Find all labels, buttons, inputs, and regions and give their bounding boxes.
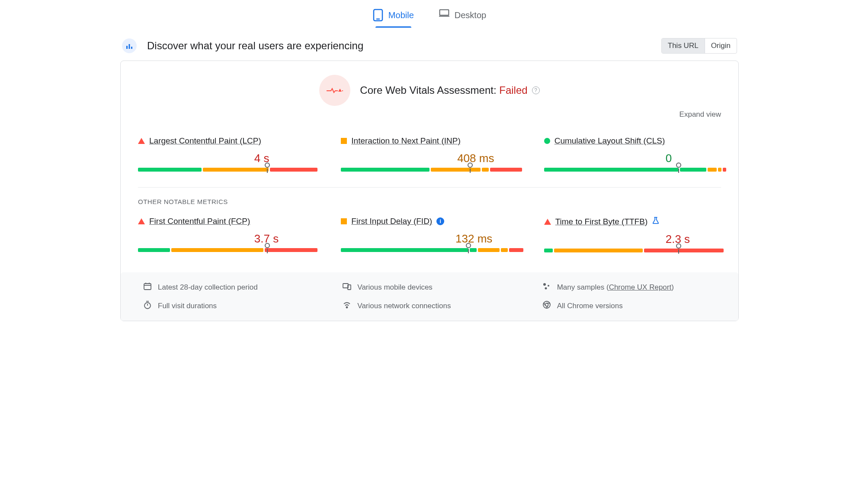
svg-point-18 (545, 287, 547, 290)
info-samples: Many samples (Chrome UX Report) (542, 282, 716, 293)
marker-icon (466, 243, 471, 248)
status-shape-icon (341, 138, 347, 144)
info-footer: Latest 28-day collection period Various … (121, 272, 738, 321)
other-metrics: First Contentful Paint (FCP)3.7 s First … (138, 211, 721, 268)
metric-lcp: Largest Contentful Paint (LCP)4 s (138, 131, 315, 187)
marker-icon (468, 163, 473, 168)
status-shape-icon (341, 218, 347, 224)
metric-value: 132 ms (455, 232, 518, 246)
marker-icon (676, 163, 681, 168)
svg-rect-5 (129, 44, 130, 49)
distribution-bar (138, 248, 315, 252)
info-network: Various network connections (343, 300, 516, 311)
marker-icon (265, 163, 270, 168)
scope-toggle: This URL Origin (661, 38, 737, 54)
status-shape-icon (138, 138, 145, 144)
metric-value: 408 ms (457, 152, 518, 165)
metric-value: 3.7 s (254, 232, 315, 246)
stopwatch-icon (143, 300, 152, 311)
samples-icon (542, 282, 551, 293)
devices-icon (343, 282, 351, 293)
chrome-icon (542, 300, 551, 311)
status-shape-icon (138, 218, 145, 224)
marker-icon (265, 243, 270, 248)
svg-point-17 (548, 285, 549, 287)
info-devices: Various mobile devices (343, 282, 516, 293)
failed-badge-icon (319, 75, 350, 106)
distribution-bar (544, 249, 721, 252)
expand-view-link[interactable]: Expand view (138, 110, 721, 119)
distribution-bar (341, 248, 518, 252)
section-title: Discover what your real users are experi… (147, 40, 661, 52)
metric-name[interactable]: Largest Contentful Paint (LCP) (149, 136, 261, 146)
svg-point-16 (543, 283, 546, 286)
info-icon[interactable]: i (436, 217, 444, 225)
assessment-status: Failed (499, 84, 527, 96)
metric-name[interactable]: First Contentful Paint (FCP) (149, 217, 250, 226)
metric-name[interactable]: Cumulative Layout Shift (CLS) (555, 136, 665, 146)
metric-fid: First Input Delay (FID)i132 ms (341, 211, 518, 268)
toggle-this-url[interactable]: This URL (662, 38, 705, 53)
distribution-bar (341, 168, 518, 172)
calendar-icon (143, 282, 152, 293)
assessment-text: Core Web Vitals Assessment: Failed ? (360, 84, 539, 96)
desktop-icon (439, 9, 449, 22)
device-tabs: Mobile Desktop (120, 0, 739, 28)
status-shape-icon (544, 138, 550, 144)
other-metrics-heading: OTHER NOTABLE METRICS (138, 198, 721, 205)
info-durations: Full visit durations (143, 300, 317, 311)
metric-name[interactable]: Time to First Byte (TTFB) (555, 217, 648, 226)
metric-value: 4 s (254, 152, 315, 165)
toggle-origin[interactable]: Origin (705, 38, 737, 53)
metric-value: 0 (666, 152, 721, 165)
info-chrome: All Chrome versions (542, 300, 716, 311)
gauge-icon (122, 38, 137, 53)
svg-marker-7 (338, 89, 342, 92)
svg-rect-10 (144, 284, 151, 290)
info-period: Latest 28-day collection period (143, 282, 317, 293)
crux-report-link[interactable]: Chrome UX Report (609, 283, 672, 291)
tab-desktop[interactable]: Desktop (437, 5, 488, 28)
metric-value: 2.3 s (666, 233, 721, 246)
distribution-bar (544, 168, 721, 172)
metric-inp: Interaction to Next Paint (INP)408 ms (341, 131, 518, 187)
help-icon[interactable]: ? (532, 86, 540, 94)
tab-mobile[interactable]: Mobile (371, 5, 416, 28)
metric-ttfb: Time to First Byte (TTFB)2.3 s (544, 211, 721, 268)
tab-label: Mobile (388, 10, 414, 20)
metric-fcp: First Contentful Paint (FCP)3.7 s (138, 211, 315, 268)
svg-rect-6 (131, 47, 132, 49)
svg-rect-8 (342, 90, 343, 91)
assessment-row: Core Web Vitals Assessment: Failed ? (138, 75, 721, 106)
mobile-icon (373, 9, 383, 22)
svg-point-22 (346, 307, 348, 308)
svg-rect-4 (126, 46, 128, 49)
network-icon (343, 300, 351, 311)
metric-cls: Cumulative Layout Shift (CLS)0 (544, 131, 721, 187)
tab-label: Desktop (455, 10, 486, 20)
metric-name[interactable]: Interaction to Next Paint (INP) (351, 136, 460, 146)
status-shape-icon (544, 219, 551, 225)
divider (138, 187, 721, 188)
svg-rect-2 (439, 10, 449, 15)
vitals-card: Core Web Vitals Assessment: Failed ? Exp… (120, 61, 739, 321)
core-metrics: Largest Contentful Paint (LCP)4 s Intera… (138, 131, 721, 187)
distribution-bar (138, 168, 315, 172)
marker-icon (676, 243, 681, 249)
flask-icon[interactable] (652, 217, 660, 226)
section-header: Discover what your real users are experi… (120, 38, 739, 54)
metric-name[interactable]: First Input Delay (FID) (351, 217, 432, 226)
